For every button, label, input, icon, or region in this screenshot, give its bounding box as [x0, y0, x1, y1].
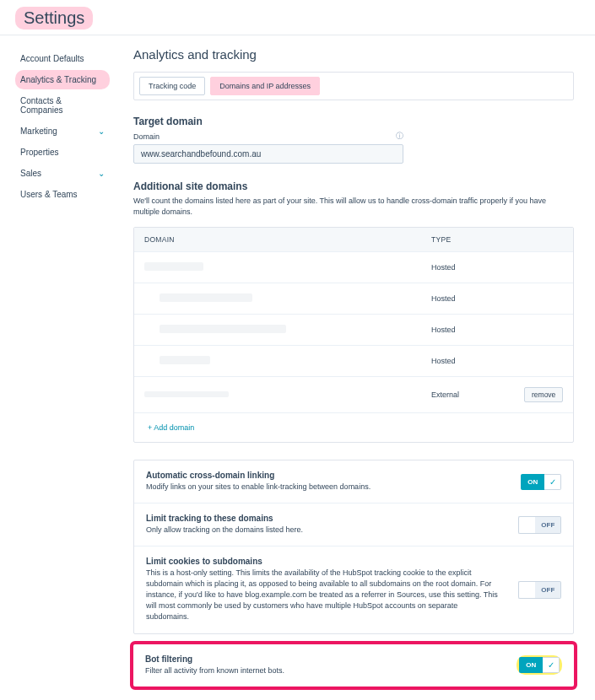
- target-domain-heading: Target domain: [133, 116, 574, 127]
- table-header: DOMAIN TYPE: [134, 228, 573, 251]
- tracking-options: Automatic cross-domain linking Modify li…: [133, 460, 574, 633]
- type-cell: External: [431, 390, 524, 399]
- target-domain-input[interactable]: [133, 144, 403, 164]
- tab-domains-ip[interactable]: Domains and IP addresses: [210, 77, 320, 95]
- sidebar-item-label: Marketing: [20, 127, 57, 136]
- toggle-knob: [518, 581, 535, 599]
- sidebar-item-account-defaults[interactable]: Account Defaults: [15, 49, 110, 68]
- toggle-label: ON: [519, 657, 543, 673]
- sidebar-item-label: Sales: [20, 169, 41, 178]
- option-desc: This is a host-only setting. This limits…: [146, 568, 498, 622]
- domains-table: DOMAIN TYPE Hosted Hosted Hosted: [133, 227, 574, 443]
- option-bot-filtering: Bot filtering Filter all activity from k…: [133, 644, 574, 687]
- table-row: External remove: [134, 376, 573, 412]
- main-content: Analytics and tracking Tracking code Dom…: [110, 35, 595, 700]
- domain-cell-redacted: [160, 325, 286, 333]
- option-title: Automatic cross-domain linking: [146, 471, 500, 480]
- option-title: Limit cookies to subdomains: [146, 557, 498, 566]
- chevron-down-icon: ⌄: [98, 127, 105, 136]
- col-type-header: TYPE: [431, 235, 524, 244]
- table-row: Hosted: [134, 251, 573, 283]
- toggle-label: OFF: [535, 581, 561, 599]
- check-icon: ✓: [543, 657, 560, 673]
- domain-cell-redacted: [144, 391, 229, 397]
- sidebar-item-label: Account Defaults: [20, 54, 84, 63]
- type-cell: Hosted: [431, 326, 524, 334]
- option-cross-domain: Automatic cross-domain linking Modify li…: [134, 460, 573, 503]
- additional-domains-heading: Additional site domains: [133, 180, 574, 192]
- sidebar-item-sales[interactable]: Sales⌄: [15, 164, 110, 183]
- sidebar-item-marketing[interactable]: Marketing⌄: [15, 121, 110, 141]
- col-domain-header: DOMAIN: [144, 235, 431, 244]
- limit-cookies-toggle[interactable]: OFF: [518, 581, 561, 599]
- type-cell: Hosted: [431, 357, 524, 365]
- option-title: Limit tracking to these domains: [146, 514, 498, 523]
- option-limit-cookies: Limit cookies to subdomains This is a ho…: [134, 547, 573, 633]
- info-icon[interactable]: ⓘ: [396, 131, 403, 142]
- table-row: Hosted: [134, 314, 573, 345]
- option-desc: Modify links on your sites to enable lin…: [146, 482, 500, 493]
- cross-domain-toggle[interactable]: ON✓: [521, 474, 561, 490]
- page-header-title: Settings: [15, 7, 93, 30]
- domain-field-label: Domain: [133, 132, 160, 141]
- add-domain-button[interactable]: + Add domain: [134, 412, 573, 442]
- sidebar-item-label: Contacts & Companies: [20, 96, 105, 115]
- tab-tracking-code[interactable]: Tracking code: [139, 77, 205, 95]
- toggle-label: ON: [521, 474, 544, 490]
- sidebar-item-label: Users & Teams: [20, 190, 78, 199]
- option-desc: Filter all activity from known internet …: [145, 665, 496, 676]
- tab-bar: Tracking code Domains and IP addresses: [133, 72, 574, 100]
- domain-cell-redacted: [160, 356, 210, 364]
- check-icon: ✓: [544, 474, 561, 490]
- domain-cell-redacted: [144, 262, 203, 271]
- remove-domain-button[interactable]: remove: [524, 387, 563, 402]
- table-row: Hosted: [134, 283, 573, 314]
- page-title: Analytics and tracking: [133, 47, 574, 62]
- toggle-label: OFF: [535, 516, 561, 534]
- table-row: Hosted: [134, 345, 573, 376]
- chevron-down-icon: ⌄: [98, 169, 105, 178]
- page-header: Settings: [0, 0, 595, 35]
- option-title: Bot filtering: [145, 654, 496, 664]
- sidebar-item-contacts-companies[interactable]: Contacts & Companies: [15, 91, 110, 120]
- sidebar-item-analytics-tracking[interactable]: Analytics & Tracking: [15, 70, 110, 89]
- type-cell: Hosted: [431, 294, 524, 303]
- type-cell: Hosted: [431, 263, 524, 272]
- option-desc: Only allow tracking on the domains liste…: [146, 525, 498, 536]
- toggle-knob: [518, 516, 535, 534]
- sidebar-item-properties[interactable]: Properties: [15, 143, 110, 162]
- option-limit-domains: Limit tracking to these domains Only all…: [134, 503, 573, 546]
- sidebar-item-users-teams[interactable]: Users & Teams: [15, 185, 110, 204]
- bot-filtering-highlight: Bot filtering Filter all activity from k…: [130, 641, 577, 690]
- domain-cell-redacted: [160, 293, 252, 302]
- bot-filtering-toggle[interactable]: ON✓: [519, 657, 560, 673]
- settings-sidebar: Account Defaults Analytics & Tracking Co…: [0, 35, 110, 700]
- sidebar-item-label: Analytics & Tracking: [20, 75, 96, 84]
- limit-domains-toggle[interactable]: OFF: [518, 516, 561, 534]
- sidebar-item-label: Properties: [20, 148, 59, 157]
- additional-domains-desc: We'll count the domains listed here as p…: [133, 196, 574, 217]
